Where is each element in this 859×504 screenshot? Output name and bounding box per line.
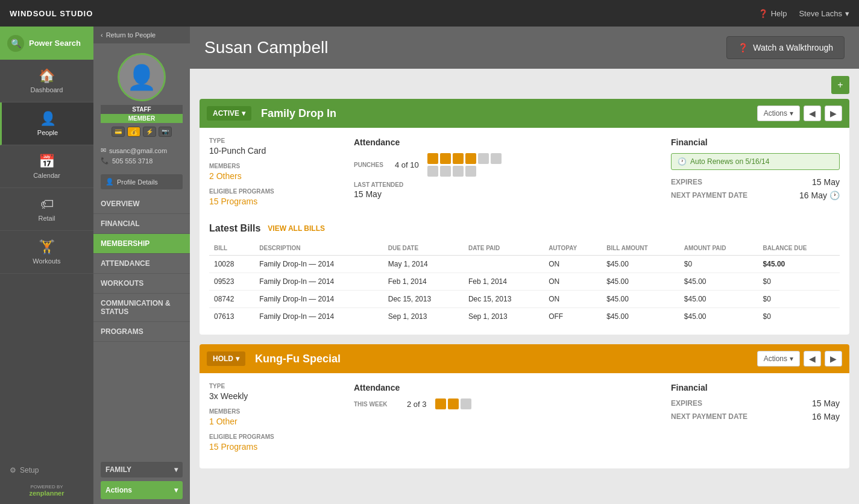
question-icon: ❓ — [758, 9, 768, 18]
chevron-down-icon: ▾ — [236, 354, 239, 363]
members-link[interactable]: 2 Others — [209, 171, 342, 181]
profile-details-button[interactable]: 👤 Profile Details — [101, 174, 183, 189]
search-icon: 🔍 — [7, 35, 24, 52]
view-all-bills-link[interactable]: VIEW ALL BILLS — [268, 224, 325, 233]
punch-box-5 — [478, 153, 489, 164]
camera-icon: 📷 — [159, 127, 172, 137]
subnav-membership[interactable]: MEMBERSHIP — [93, 234, 190, 254]
family-dropdown[interactable]: FAMILY ▾ — [101, 462, 183, 477]
next-payment-row-2: NEXT PAYMENT DATE 16 May — [671, 412, 840, 421]
subnav-workouts[interactable]: WORKOUTS — [93, 274, 190, 294]
col-date-paid: DATE PAID — [464, 241, 544, 256]
prev-membership-button-2[interactable]: ◀ — [804, 351, 821, 367]
sidebar-item-calendar[interactable]: 📅 Calendar — [0, 145, 93, 188]
punches-row: PUNCHES 4 of 10 — [354, 153, 659, 177]
avatar: 👤 — [118, 53, 166, 101]
col-due-date: DUE DATE — [383, 241, 464, 256]
avatar-icon: 👤 — [127, 63, 157, 92]
member-badge: MEMBER — [101, 114, 183, 123]
punch-box-7 — [427, 166, 438, 177]
subnav-attendance[interactable]: ATTENDANCE — [93, 254, 190, 274]
card-actions-button-2[interactable]: Actions ▾ — [757, 351, 800, 367]
auto-renew-badge: 🕐 Auto Renews on 5/16/14 — [671, 153, 840, 170]
active-status-button[interactable]: ACTIVE ▾ — [207, 106, 251, 121]
hold-status-button[interactable]: HOLD ▾ — [207, 351, 245, 366]
sidebar-item-retail[interactable]: 🏷 Retail — [0, 188, 93, 231]
card-header-hold: HOLD ▾ Kung-Fu Special Actions ▾ ◀ ▶ — [200, 344, 849, 373]
sub-nav: OVERVIEW FINANCIAL MEMBERSHIP ATTENDANCE… — [93, 194, 190, 452]
content-header: Susan Campbell ❓ Watch a Walkthrough — [190, 27, 859, 69]
chevron-down-icon: ▾ — [174, 465, 178, 474]
power-search-button[interactable]: 🔍 Power Search — [0, 27, 93, 60]
family-section: FAMILY ▾ Actions ▾ — [93, 457, 190, 504]
punch-box-9 — [453, 166, 464, 177]
membership-card-kung-fu: HOLD ▾ Kung-Fu Special Actions ▾ ◀ ▶ — [200, 344, 849, 468]
punch-box-3 — [453, 153, 464, 164]
bills-header: Latest Bills VIEW ALL BILLS — [209, 223, 840, 234]
prev-membership-button[interactable]: ◀ — [804, 106, 821, 121]
table-row: 08742Family Drop-In — 2014Dec 15, 2013De… — [209, 291, 840, 308]
app-logo: WINDSOUL STUDIO — [10, 9, 93, 18]
active-label: ACTIVE — [213, 109, 239, 118]
eligible-link[interactable]: 15 Programs — [209, 197, 342, 206]
email-item: ✉ susanc@gmail.com — [101, 146, 183, 154]
col-autopay: AUTOPAY — [544, 241, 602, 256]
subnav-overview[interactable]: OVERVIEW — [93, 194, 190, 214]
subnav-programs[interactable]: PROGRAMS — [93, 322, 190, 342]
card-body-kung-fu: TYPE 3x Weekly MEMBERS 1 Other ELIGIBLE … — [200, 373, 849, 468]
card-middle-attendance-2: Attendance THIS WEEK 2 of 3 — [354, 383, 659, 459]
sidebar-item-dashboard[interactable]: 🏠 Dashboard — [0, 60, 93, 102]
col-amount-paid: AMOUNT PAID — [679, 241, 758, 256]
subnav-communication[interactable]: COMMUNICATION & STATUS — [93, 294, 190, 322]
members-link-2[interactable]: 1 Other — [209, 417, 342, 426]
email-icon: ✉ — [101, 146, 106, 154]
left-sidebar: 🔍 Power Search 🏠 Dashboard 👤 People 📅 Ca… — [0, 27, 93, 504]
card-right-financial-2: Financial EXPIRES 15 May NEXT PAYMENT DA… — [671, 383, 840, 459]
card-left-2: TYPE 3x Weekly MEMBERS 1 Other ELIGIBLE … — [209, 383, 342, 459]
phone-item: 📞 505 555 3718 — [101, 157, 183, 165]
retail-icon: 🏷 — [40, 197, 54, 212]
chevron-down-icon: ▾ — [790, 109, 793, 118]
user-menu[interactable]: Steve Lachs ▾ — [799, 9, 849, 18]
sidebar-bottom: ⚙ Setup POWERED BY zenplanner — [0, 454, 93, 504]
bills-table: BILL DESCRIPTION DUE DATE DATE PAID AUTO… — [209, 241, 840, 325]
clock-icon: 🕐 — [678, 157, 687, 166]
next-membership-button-2[interactable]: ▶ — [825, 351, 842, 367]
profile-section: 👤 STAFF MEMBER 💳 💰 ⚡ 📷 — [93, 46, 190, 144]
eligible-link-2[interactable]: 15 Programs — [209, 442, 342, 452]
last-attended-row: LAST ATTENDED 15 May — [354, 181, 659, 199]
col-balance-due: BALANCE DUE — [758, 241, 840, 256]
week-box-1 — [435, 398, 446, 409]
punch-box-10 — [465, 166, 476, 177]
table-row: 07613Family Drop-In — 2014Sep 1, 2013Sep… — [209, 308, 840, 326]
subnav-financial[interactable]: FINANCIAL — [93, 214, 190, 234]
dashboard-icon: 🏠 — [39, 68, 55, 84]
card-right-financial: Financial 🕐 Auto Renews on 5/16/14 EXPIR… — [671, 137, 840, 213]
card-actions-2: Actions ▾ ◀ ▶ — [757, 351, 842, 367]
punch-box-1 — [427, 153, 438, 164]
actions-dropdown[interactable]: Actions ▾ — [101, 481, 183, 499]
punch-box-8 — [440, 166, 451, 177]
week-box-3 — [461, 398, 471, 409]
payment-icon: 💰 — [127, 127, 140, 137]
sidebar-item-people[interactable]: 👤 People — [0, 102, 93, 145]
card-actions-button[interactable]: Actions ▾ — [757, 106, 800, 121]
add-membership-button[interactable]: + — [831, 76, 849, 94]
setup-button[interactable]: ⚙ Setup — [7, 461, 86, 479]
next-membership-button[interactable]: ▶ — [825, 106, 842, 121]
chevron-down-icon: ▾ — [174, 486, 178, 494]
membership-card-family-drop-in: ACTIVE ▾ Family Drop In Actions ▾ ◀ ▶ — [200, 99, 849, 335]
help-button[interactable]: ❓ Help — [758, 9, 787, 18]
sidebar-item-workouts[interactable]: 🏋 Workouts — [0, 231, 93, 274]
back-to-people-button[interactable]: ‹ Return to People — [93, 27, 190, 43]
icon-row: 💳 💰 ⚡ 📷 — [112, 127, 172, 137]
sub-sidebar: ‹ Return to People 👤 STAFF MEMBER 💳 💰 ⚡ … — [93, 27, 190, 504]
top-bar-right: ❓ Help Steve Lachs ▾ — [758, 9, 849, 18]
table-row: 09523Family Drop-In — 2014Feb 1, 2014Feb… — [209, 273, 840, 291]
zenplanner-logo: POWERED BY zenplanner — [7, 484, 86, 497]
week-box-2 — [448, 398, 459, 409]
back-arrow-icon: ‹ — [101, 31, 103, 39]
punch-boxes — [427, 153, 512, 177]
walkthrough-button[interactable]: ❓ Watch a Walkthrough — [726, 36, 845, 59]
card-middle-attendance: Attendance PUNCHES 4 of 10 — [354, 137, 659, 213]
